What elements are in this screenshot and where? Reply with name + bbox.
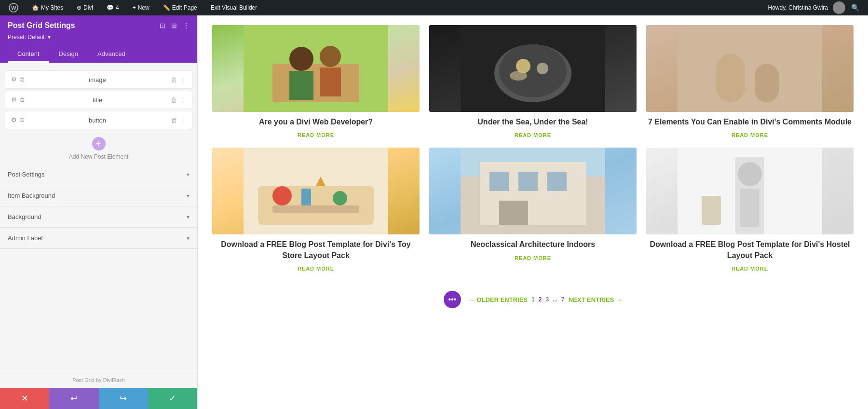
- undo-button[interactable]: ↩: [49, 388, 98, 409]
- post-card: Neoclassical Architecture Indoors READ M…: [429, 148, 637, 272]
- edit-page-label: Edit Page: [172, 4, 197, 11]
- post-image: [429, 25, 637, 112]
- svg-rect-24: [272, 205, 359, 213]
- settings-panel: Post Grid Settings ⊡ ⊞ ⋮ Preset: Default…: [0, 15, 198, 409]
- drag-icon-button[interactable]: ⋮: [180, 117, 186, 124]
- element-label-image: image: [28, 76, 167, 83]
- svg-point-6: [320, 46, 341, 67]
- pagination-more-btn[interactable]: •••: [444, 291, 461, 308]
- gear-icon-button[interactable]: ⚙: [11, 116, 17, 124]
- post-image: [212, 148, 420, 234]
- drag-icon[interactable]: ⋮: [180, 76, 186, 83]
- svg-rect-36: [702, 196, 721, 225]
- divi-item[interactable]: ⊕ Divi: [74, 0, 96, 15]
- post-card: Download a FREE Blog Post Template for D…: [646, 148, 854, 272]
- panel-header-icons: ⊡ ⊞ ⋮: [160, 22, 190, 29]
- read-more-link[interactable]: READ MORE: [646, 132, 854, 138]
- wp-logo-item[interactable]: W: [6, 0, 21, 15]
- svg-point-4: [289, 47, 313, 71]
- gear-icon-title[interactable]: ⚙: [11, 96, 17, 104]
- post-settings-label: Post Settings: [8, 171, 45, 178]
- item-background-section[interactable]: Item Background ▾: [0, 185, 197, 206]
- chevron-down-icon-admin: ▾: [187, 235, 190, 242]
- my-sites-item[interactable]: 🏠 My Sites: [29, 0, 66, 15]
- new-item[interactable]: + New: [130, 0, 152, 15]
- page-2-link[interactable]: 2: [539, 296, 542, 303]
- tab-design[interactable]: Design: [49, 46, 88, 63]
- post-title: Are you a Divi Web Developer?: [212, 117, 420, 127]
- post-title: Download a FREE Blog Post Template for D…: [646, 239, 854, 261]
- window-icon[interactable]: ⊡: [160, 22, 165, 29]
- read-more-link[interactable]: READ MORE: [212, 132, 420, 138]
- trash-icon-title[interactable]: 🗑: [171, 96, 177, 104]
- pagination: ••• ← OLDER ENTRIES 1 2 3 ... 7 NEXT ENT…: [212, 286, 854, 313]
- panel-content: ⚙ ⧉ image 🗑 ⋮ ⚙ ⧉ title 🗑 ⋮: [0, 63, 197, 372]
- tab-content[interactable]: Content: [8, 46, 49, 63]
- search-icon[interactable]: 🔍: [851, 4, 859, 12]
- read-more-link[interactable]: READ MORE: [429, 255, 637, 261]
- my-sites-label: My Sites: [41, 4, 63, 11]
- post-settings-section[interactable]: Post Settings ▾: [0, 164, 197, 185]
- dots-icon: •••: [448, 295, 457, 304]
- panel-tabs: Content Design Advanced: [8, 46, 190, 63]
- page-3-link[interactable]: 3: [545, 296, 549, 303]
- gear-icon[interactable]: ⚙: [11, 76, 17, 83]
- comments-item[interactable]: 💬 4: [104, 0, 122, 15]
- undo-icon: ↩: [70, 393, 78, 404]
- older-entries-link[interactable]: ← OLDER ENTRIES: [469, 296, 528, 303]
- element-label-title: title: [28, 96, 167, 104]
- read-more-link[interactable]: READ MORE: [212, 266, 420, 272]
- redo-button[interactable]: ↪: [99, 388, 148, 409]
- admin-label-section[interactable]: Admin Label ▾: [0, 228, 197, 249]
- panel-footer: Post Grid by DiviFlash: [0, 372, 197, 388]
- cancel-button[interactable]: ✕: [0, 388, 49, 409]
- page-1-link[interactable]: 1: [531, 296, 535, 303]
- copy-icon[interactable]: ⧉: [20, 76, 24, 83]
- post-title: Under the Sea, Under the Sea!: [429, 117, 637, 127]
- new-label: New: [138, 4, 149, 11]
- post-card: Under the Sea, Under the Sea! READ MORE: [429, 25, 637, 138]
- trash-icon-button[interactable]: 🗑: [171, 117, 177, 124]
- read-more-link[interactable]: READ MORE: [646, 266, 854, 272]
- svg-point-23: [333, 191, 347, 205]
- background-label: Background: [8, 213, 41, 220]
- copy-icon-button[interactable]: ⧉: [20, 116, 24, 124]
- chevron-down-icon-item-bg: ▾: [187, 192, 190, 199]
- svg-rect-3: [272, 64, 359, 102]
- wp-admin-bar: W 🏠 My Sites ⊕ Divi 💬 4 + New ✏️ Edit Pa…: [0, 0, 868, 15]
- divi-icon: ⊕: [77, 4, 81, 11]
- copy-icon-title[interactable]: ⧉: [20, 96, 24, 104]
- post-image: [646, 25, 854, 112]
- drag-icon-title[interactable]: ⋮: [180, 96, 186, 104]
- panel-preset[interactable]: Preset: Default ▾: [8, 34, 190, 41]
- add-new-post-element-btn[interactable]: + Add New Post Element: [0, 137, 197, 160]
- more-icon[interactable]: ⋮: [183, 22, 190, 29]
- edit-page-item[interactable]: ✏️ Edit Page: [160, 0, 200, 15]
- background-section[interactable]: Background ▾: [0, 206, 197, 228]
- plus-icon: +: [133, 4, 136, 11]
- trash-icon[interactable]: 🗑: [171, 76, 177, 83]
- post-card: Download a FREE Blog Post Template for D…: [212, 148, 420, 272]
- svg-rect-5: [289, 71, 313, 100]
- post-title: Neoclassical Architecture Indoors: [429, 239, 637, 250]
- svg-rect-31: [499, 201, 528, 225]
- edit-icon: ✏️: [163, 4, 170, 11]
- read-more-link[interactable]: READ MORE: [429, 132, 637, 138]
- svg-point-13: [510, 71, 527, 81]
- avatar: [833, 1, 845, 14]
- page-7-link[interactable]: 7: [561, 296, 565, 303]
- tab-advanced[interactable]: Advanced: [88, 46, 135, 63]
- grid-icon[interactable]: ⊞: [171, 22, 177, 29]
- post-image: [646, 148, 854, 234]
- exit-builder-item[interactable]: Exit Visual Builder: [208, 0, 260, 15]
- redo-icon: ↪: [120, 393, 127, 404]
- next-entries-link[interactable]: NEXT ENTRIES →: [569, 296, 622, 303]
- post-image: [429, 148, 637, 234]
- svg-point-34: [738, 162, 762, 186]
- chevron-down-icon-post: ▾: [187, 171, 190, 178]
- save-button[interactable]: ✓: [148, 388, 197, 409]
- comments-count: 4: [116, 4, 119, 11]
- post-image: [212, 25, 420, 112]
- svg-rect-21: [301, 189, 311, 205]
- user-info[interactable]: Howdy, Christina Gwira 🔍: [765, 0, 862, 15]
